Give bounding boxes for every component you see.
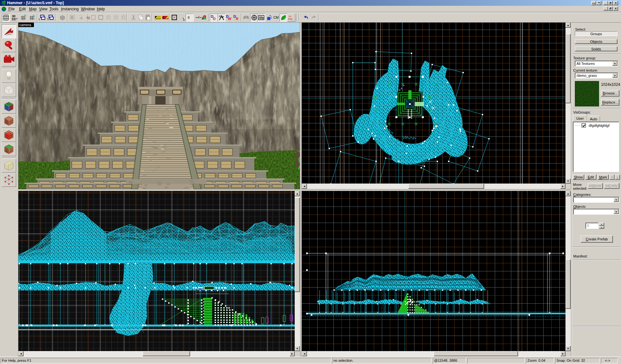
svg-text:camera: camera <box>19 23 32 27</box>
svg-text:no: no <box>289 15 291 17</box>
svg-text:3D: 3D <box>12 15 15 18</box>
svg-text:R: R <box>236 17 239 21</box>
svg-text:tl: tl <box>188 15 189 19</box>
svg-text:L: L <box>39 17 40 21</box>
svg-text:CM: CM <box>273 15 279 19</box>
svg-text:D: D <box>213 17 216 21</box>
svg-text:draw: draw <box>288 18 293 20</box>
svg-text:W: W <box>228 17 231 21</box>
svg-text:S: S <box>47 17 49 21</box>
